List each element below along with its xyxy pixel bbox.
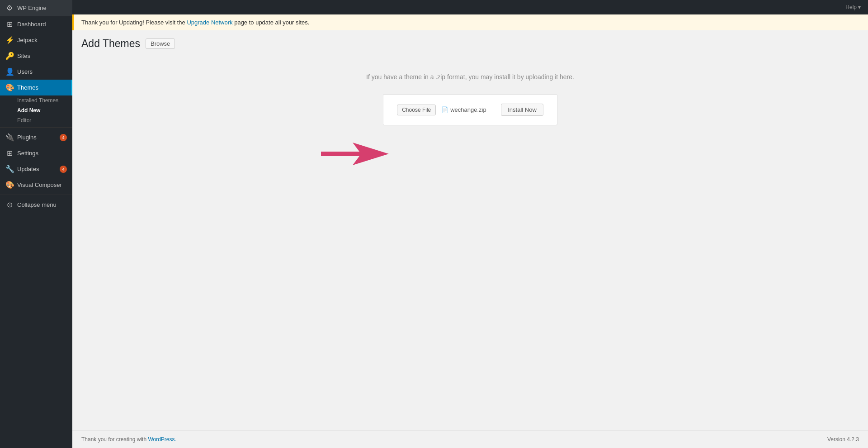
upload-box: Choose File 📄wechange.zip Install Now [383, 94, 557, 125]
browse-button[interactable]: Browse [146, 38, 175, 49]
choose-file-button[interactable]: Choose File [397, 105, 436, 115]
sidebar-item-updates[interactable]: 🔧 Updates 4 [0, 161, 72, 177]
jetpack-icon: ⚡ [5, 36, 14, 44]
sidebar-item-dashboard[interactable]: ⊞ Dashboard [0, 16, 72, 32]
help-arrow-icon: ▾ [858, 4, 861, 10]
footer: Thank you for creating with WordPress. V… [72, 430, 868, 448]
collapse-label: Collapse menu [17, 201, 57, 208]
upload-area: If you have a theme in a .zip format, yo… [72, 55, 868, 143]
sidebar-item-label: Dashboard [17, 21, 46, 28]
upload-description: If you have a theme in a .zip format, yo… [366, 73, 574, 81]
wp-engine-icon: ⚙ [5, 4, 14, 12]
help-label: Help [845, 4, 857, 10]
sidebar: ⚙ WP Engine ⊞ Dashboard ⚡ Jetpack 🔑 Site… [0, 0, 72, 448]
topbar: Help ▾ [72, 0, 868, 14]
sidebar-item-sites[interactable]: 🔑 Sites [0, 48, 72, 64]
wp-engine-label: WP Engine [17, 5, 47, 11]
collapse-icon: ⊙ [5, 200, 14, 209]
sidebar-item-label: Sites [17, 52, 30, 59]
sidebar-divider-2 [0, 195, 72, 195]
sidebar-item-users[interactable]: 👤 Users [0, 64, 72, 80]
sidebar-item-label: Themes [17, 84, 38, 91]
sidebar-item-label: Settings [17, 150, 38, 157]
sidebar-divider [0, 127, 72, 128]
sidebar-item-settings[interactable]: ⊞ Settings [0, 145, 72, 161]
arrow-annotation [316, 140, 389, 167]
visual-composer-icon: 🎨 [5, 181, 14, 189]
main-area: Help ▾ Thank you for Updating! Please vi… [72, 0, 868, 448]
svg-marker-0 [321, 143, 389, 165]
wordpress-link[interactable]: WordPress. [148, 436, 176, 443]
file-icon: 📄 [441, 106, 448, 113]
sidebar-item-jetpack[interactable]: ⚡ Jetpack [0, 32, 72, 48]
notice-text-before: Thank you for Updating! Please visit the [81, 19, 187, 26]
users-icon: 👤 [5, 67, 14, 76]
sidebar-sub-editor[interactable]: Editor [0, 115, 72, 125]
sidebar-item-visual-composer[interactable]: 🎨 Visual Composer [0, 177, 72, 193]
plugins-icon: 🔌 [5, 133, 14, 142]
sidebar-item-label: Jetpack [17, 37, 38, 43]
notice-text-after: page to update all your sites. [233, 19, 310, 26]
footer-credit: Thank you for creating with WordPress. [81, 436, 176, 443]
settings-icon: ⊞ [5, 149, 14, 157]
sites-icon: 🔑 [5, 52, 14, 60]
footer-credit-text: Thank you for creating with [81, 436, 148, 443]
sidebar-collapse-menu[interactable]: ⊙ Collapse menu [0, 197, 72, 213]
updates-icon: 🔧 [5, 165, 14, 173]
sidebar-sub-add-new[interactable]: Add New [0, 105, 72, 115]
updates-badge: 4 [60, 166, 67, 173]
dashboard-icon: ⊞ [5, 20, 14, 29]
sidebar-item-label: Visual Composer [17, 181, 62, 188]
sidebar-item-label: Users [17, 68, 33, 75]
sidebar-sub-installed-themes[interactable]: Installed Themes [0, 95, 72, 105]
content-area: Thank you for Updating! Please visit the… [72, 14, 868, 430]
footer-version: Version 4.2.3 [827, 436, 859, 443]
install-now-button[interactable]: Install Now [501, 104, 543, 116]
help-button[interactable]: Help ▾ [845, 4, 861, 10]
sidebar-item-themes[interactable]: 🎨 Themes [0, 80, 72, 95]
selected-file-name: 📄wechange.zip [441, 106, 495, 113]
themes-icon: 🎨 [5, 83, 14, 92]
sidebar-item-label: Plugins [17, 134, 37, 141]
sidebar-item-plugins[interactable]: 🔌 Plugins 4 [0, 129, 72, 145]
sidebar-item-label: Updates [17, 166, 39, 172]
page-title: Add Themes [81, 38, 140, 50]
update-notice: Thank you for Updating! Please visit the… [72, 14, 868, 30]
upgrade-network-link[interactable]: Upgrade Network [187, 19, 232, 26]
wp-engine-logo[interactable]: ⚙ WP Engine [0, 0, 72, 16]
page-header: Add Themes Browse [72, 30, 868, 55]
plugins-badge: 4 [60, 134, 67, 141]
